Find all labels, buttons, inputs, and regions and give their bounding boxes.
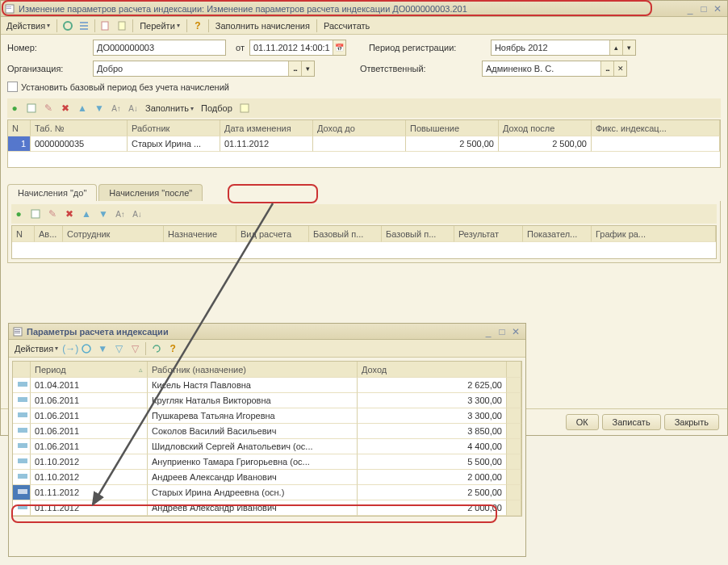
scrollbar-track[interactable] [507,408,521,424]
resp-input[interactable]: Админенко В. С. ... ✕ [482,61,627,77]
fill-charges-button[interactable]: Заполнить начисления [213,20,312,31]
delete-icon[interactable]: ✖ [62,207,77,221]
sort-asc-icon[interactable]: A↑ [109,101,123,115]
tab-after[interactable]: Начисления "после" [98,184,203,201]
col-income[interactable]: Доход [358,362,507,378]
scrollbar-track[interactable] [507,378,521,393]
clear-icon[interactable]: ✕ [613,61,626,76]
col-tab[interactable]: Таб. № [31,120,128,136]
col-worker[interactable]: Работник (назначение) [148,362,358,378]
table-row[interactable]: 01.06.2011Шидловский Сергей Анатольевич … [13,439,521,454]
edit-icon[interactable]: ✎ [45,207,60,221]
refresh-icon[interactable] [80,342,93,355]
sort-desc-icon[interactable]: A↓ [126,101,140,115]
col-av[interactable]: Ав... [35,226,63,242]
minimize-button[interactable]: _ [482,326,495,337]
scrollbar-track[interactable] [507,470,521,485]
copy-icon[interactable] [99,19,112,32]
actions-menu[interactable]: Действия [4,20,52,31]
move-down-icon[interactable]: ▼ [92,101,107,115]
col-date[interactable]: Дата изменения [220,120,313,136]
filter2-icon[interactable]: ▽ [112,342,125,355]
go-menu[interactable]: Перейти [137,20,182,31]
table-row[interactable]: 01.06.2011Соколов Василий Васильевич3 85… [13,424,521,439]
dropdown-icon[interactable]: ▾ [301,61,314,76]
table-row[interactable]: 01.06.2011Кругляк Наталья Викторовна3 30… [13,393,521,408]
number-input[interactable]: ДО000000003 [93,40,226,56]
help-icon[interactable]: ? [166,342,179,355]
col-income-before[interactable]: Доход до [313,120,406,136]
help-icon[interactable]: ? [191,19,204,32]
col-calc-type[interactable]: Вид расчета [236,226,309,242]
add-icon[interactable]: ● [11,207,26,221]
grid-icon[interactable] [237,101,252,115]
table-row[interactable]: 01.10.2012Андреев Александр Иванович2 00… [13,470,521,485]
col-indic[interactable]: Показател... [523,226,592,242]
period-select-icon[interactable]: ▾ [622,40,635,55]
find-icon[interactable]: (→) [64,342,77,355]
close-button[interactable]: ✕ [711,3,724,15]
col-increase[interactable]: Повышение [406,120,499,136]
table-row[interactable]: 01.11.2012Старых Ирина Андреевна (осн.)2… [13,485,521,500]
col-income-after[interactable]: Доход после [499,120,592,136]
ellipsis-icon[interactable]: ... [600,61,613,76]
table-row[interactable]: 01.04.2011Кисель Настя Павловна2 625,00 [13,378,521,393]
col-period[interactable]: Период ▵ [31,362,148,378]
scrollbar-track[interactable] [507,393,521,408]
date-input[interactable]: 01.11.2012 14:00:1 📅 [249,40,346,56]
sort-desc-icon[interactable]: A↓ [130,207,144,221]
scrollbar-track[interactable] [507,485,521,500]
selection-button[interactable]: Подбор [199,103,235,114]
maximize-button[interactable]: □ [496,326,508,337]
scrollbar-track[interactable] [507,500,521,516]
scrollbar-track[interactable] [507,439,521,454]
save-button[interactable]: Записать [602,414,661,430]
col-emp[interactable]: Сотрудник [63,226,164,242]
calendar-icon[interactable]: 📅 [333,40,345,55]
minimize-button[interactable]: _ [684,3,697,15]
refresh-icon[interactable] [61,19,74,32]
list-icon[interactable] [77,19,90,32]
refresh2-icon[interactable] [150,342,163,355]
table-row[interactable]: 1 0000000035 Старых Ирина ... 01.11.2012… [8,136,720,152]
table-row[interactable]: 01.11.2012Андреев Александр Иванович2 00… [13,500,521,516]
calculate-button[interactable]: Рассчитать [321,20,372,31]
scrollbar-track[interactable] [507,454,521,470]
filter-icon[interactable]: ▼ [96,342,109,355]
col-base1[interactable]: Базовый п... [309,226,382,242]
delete-icon[interactable]: ✖ [58,101,73,115]
col-marker[interactable] [13,362,31,378]
ellipsis-icon[interactable]: ... [288,61,301,76]
scrollbar-track[interactable] [507,424,521,439]
col-n[interactable]: N [12,226,35,242]
period-input[interactable]: Ноябрь 2012 ▴ ▾ [491,40,636,56]
table-row[interactable]: 01.06.2011Пушкарева Татьяна Игоревна3 30… [13,408,521,424]
col-result[interactable]: Результат [454,226,523,242]
maximize-button[interactable]: □ [697,3,710,15]
col-schedule[interactable]: График ра... [592,226,716,242]
checkbox-base-period[interactable] [7,82,18,92]
col-assign[interactable]: Назначение [164,226,236,242]
move-down-icon[interactable]: ▼ [96,207,111,221]
edit-icon[interactable]: ✎ [41,101,56,115]
add-icon[interactable]: ● [7,101,22,115]
col-worker[interactable]: Работник [128,120,220,136]
col-n[interactable]: N [8,120,31,136]
insert-icon[interactable] [28,207,43,221]
tab-before[interactable]: Начисления "до" [7,184,97,201]
spin-up-icon[interactable]: ▴ [609,40,622,55]
close-button[interactable]: ✕ [509,326,522,337]
table-row[interactable]: 01.10.2012Ануприенко Тамара Григорьевна … [13,454,521,470]
actions-menu[interactable]: Действия [12,343,61,354]
clear-filter-icon[interactable]: ▽ [128,342,141,355]
insert-icon[interactable] [24,101,39,115]
fill-dropdown[interactable]: Заполнить [143,103,196,114]
move-up-icon[interactable]: ▲ [79,207,94,221]
col-base2[interactable]: Базовый п... [382,226,454,242]
paste-icon[interactable] [115,19,128,32]
org-input[interactable]: Добро ... ▾ [93,61,315,77]
sort-asc-icon[interactable]: A↑ [113,207,128,221]
ok-button[interactable]: ОК [566,414,599,430]
close-button[interactable]: Закрыть [664,414,719,430]
move-up-icon[interactable]: ▲ [75,101,90,115]
